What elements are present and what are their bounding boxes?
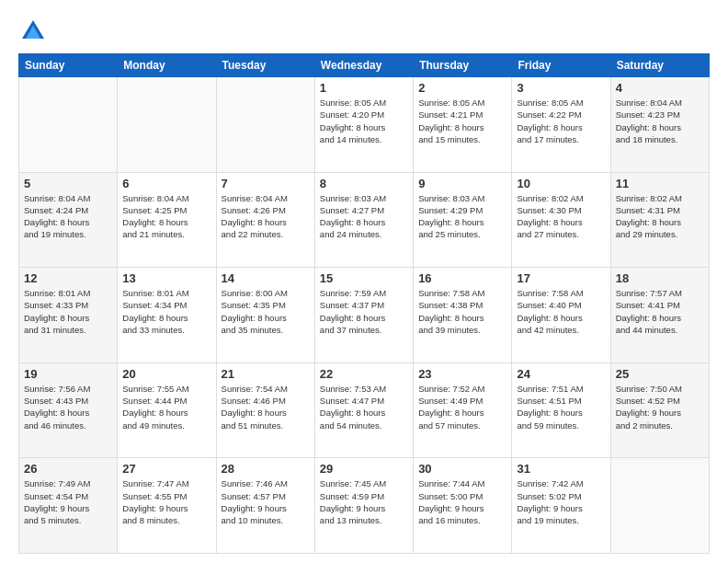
day-number: 15 [320, 271, 408, 285]
day-number: 30 [418, 462, 506, 476]
day-number: 25 [616, 367, 704, 381]
calendar-cell: 17Sunrise: 7:58 AM Sunset: 4:40 PM Dayli… [512, 268, 610, 363]
calendar-cell: 19Sunrise: 7:56 AM Sunset: 4:43 PM Dayli… [19, 362, 118, 458]
day-number: 8 [320, 177, 408, 190]
calendar-week-1: 1Sunrise: 8:05 AM Sunset: 4:20 PM Daylig… [19, 77, 710, 173]
calendar-cell: 1Sunrise: 8:05 AM Sunset: 4:20 PM Daylig… [314, 77, 413, 173]
calendar-header-row: SundayMondayTuesdayWednesdayThursdayFrid… [19, 54, 710, 77]
day-info: Sunrise: 8:03 AM Sunset: 4:29 PM Dayligh… [418, 192, 506, 241]
calendar-cell: 21Sunrise: 7:54 AM Sunset: 4:46 PM Dayli… [216, 362, 314, 458]
day-number: 29 [320, 462, 408, 476]
day-number: 4 [616, 81, 704, 95]
day-info: Sunrise: 7:42 AM Sunset: 5:02 PM Dayligh… [517, 477, 605, 526]
calendar-header-monday: Monday [118, 54, 216, 77]
day-number: 17 [517, 271, 605, 285]
calendar-table: SundayMondayTuesdayWednesdayThursdayFrid… [18, 53, 710, 554]
calendar-week-4: 19Sunrise: 7:56 AM Sunset: 4:43 PM Dayli… [19, 362, 710, 458]
calendar-cell: 24Sunrise: 7:51 AM Sunset: 4:51 PM Dayli… [512, 362, 610, 458]
day-info: Sunrise: 7:55 AM Sunset: 4:44 PM Dayligh… [122, 383, 210, 431]
calendar-cell: 13Sunrise: 8:01 AM Sunset: 4:34 PM Dayli… [118, 268, 216, 363]
day-number: 2 [418, 81, 506, 95]
day-info: Sunrise: 7:56 AM Sunset: 4:43 PM Dayligh… [24, 383, 112, 431]
page: SundayMondayTuesdayWednesdayThursdayFrid… [0, 0, 728, 563]
calendar-cell: 25Sunrise: 7:50 AM Sunset: 4:52 PM Dayli… [610, 362, 709, 458]
day-info: Sunrise: 8:05 AM Sunset: 4:22 PM Dayligh… [517, 97, 605, 145]
day-number: 14 [222, 271, 310, 285]
day-number: 5 [24, 177, 112, 190]
calendar-cell: 12Sunrise: 8:01 AM Sunset: 4:33 PM Dayli… [19, 268, 118, 363]
day-number: 6 [122, 177, 210, 190]
day-number: 11 [616, 177, 704, 190]
day-info: Sunrise: 8:04 AM Sunset: 4:24 PM Dayligh… [24, 192, 112, 241]
day-info: Sunrise: 8:01 AM Sunset: 4:33 PM Dayligh… [24, 287, 112, 336]
calendar-cell: 28Sunrise: 7:46 AM Sunset: 4:57 PM Dayli… [216, 458, 314, 554]
logo-icon [18, 17, 48, 46]
calendar-cell: 29Sunrise: 7:45 AM Sunset: 4:59 PM Dayli… [314, 458, 413, 554]
day-info: Sunrise: 7:59 AM Sunset: 4:37 PM Dayligh… [320, 287, 408, 336]
day-number: 7 [222, 177, 310, 190]
calendar-header-sunday: Sunday [19, 54, 118, 77]
day-info: Sunrise: 7:51 AM Sunset: 4:51 PM Dayligh… [517, 383, 605, 431]
day-number: 13 [122, 271, 210, 285]
day-number: 28 [222, 462, 310, 476]
calendar-cell: 10Sunrise: 8:02 AM Sunset: 4:30 PM Dayli… [512, 172, 610, 268]
day-info: Sunrise: 8:04 AM Sunset: 4:26 PM Dayligh… [222, 192, 310, 241]
day-number: 24 [517, 367, 605, 381]
day-info: Sunrise: 8:05 AM Sunset: 4:21 PM Dayligh… [418, 97, 506, 145]
day-number: 9 [418, 177, 506, 190]
day-info: Sunrise: 8:01 AM Sunset: 4:34 PM Dayligh… [122, 287, 210, 336]
day-info: Sunrise: 7:50 AM Sunset: 4:52 PM Dayligh… [616, 383, 704, 431]
calendar-cell [610, 458, 709, 554]
day-number: 10 [517, 177, 605, 190]
day-info: Sunrise: 8:02 AM Sunset: 4:31 PM Dayligh… [616, 192, 704, 241]
calendar-cell: 8Sunrise: 8:03 AM Sunset: 4:27 PM Daylig… [314, 172, 413, 268]
day-info: Sunrise: 7:53 AM Sunset: 4:47 PM Dayligh… [320, 383, 408, 431]
day-info: Sunrise: 8:05 AM Sunset: 4:20 PM Dayligh… [320, 97, 408, 145]
day-info: Sunrise: 7:52 AM Sunset: 4:49 PM Dayligh… [418, 383, 506, 431]
calendar-cell: 6Sunrise: 8:04 AM Sunset: 4:25 PM Daylig… [118, 172, 216, 268]
day-info: Sunrise: 8:02 AM Sunset: 4:30 PM Dayligh… [517, 192, 605, 241]
calendar-cell: 7Sunrise: 8:04 AM Sunset: 4:26 PM Daylig… [216, 172, 314, 268]
calendar-cell: 14Sunrise: 8:00 AM Sunset: 4:35 PM Dayli… [216, 268, 314, 363]
day-info: Sunrise: 7:54 AM Sunset: 4:46 PM Dayligh… [222, 383, 310, 431]
calendar-cell: 11Sunrise: 8:02 AM Sunset: 4:31 PM Dayli… [610, 172, 709, 268]
day-info: Sunrise: 7:57 AM Sunset: 4:41 PM Dayligh… [616, 287, 704, 336]
day-info: Sunrise: 8:00 AM Sunset: 4:35 PM Dayligh… [222, 287, 310, 336]
day-info: Sunrise: 7:47 AM Sunset: 4:55 PM Dayligh… [122, 477, 210, 526]
calendar-cell: 27Sunrise: 7:47 AM Sunset: 4:55 PM Dayli… [118, 458, 216, 554]
calendar-cell: 5Sunrise: 8:04 AM Sunset: 4:24 PM Daylig… [19, 172, 118, 268]
calendar-cell: 26Sunrise: 7:49 AM Sunset: 4:54 PM Dayli… [19, 458, 118, 554]
calendar-cell: 22Sunrise: 7:53 AM Sunset: 4:47 PM Dayli… [314, 362, 413, 458]
calendar-header-saturday: Saturday [610, 54, 709, 77]
day-info: Sunrise: 7:58 AM Sunset: 4:38 PM Dayligh… [418, 287, 506, 336]
day-number: 21 [222, 367, 310, 381]
calendar-header-tuesday: Tuesday [216, 54, 314, 77]
day-number: 31 [517, 462, 605, 476]
day-number: 26 [24, 462, 112, 476]
day-info: Sunrise: 7:44 AM Sunset: 5:00 PM Dayligh… [418, 477, 506, 526]
calendar-cell [216, 77, 314, 173]
day-info: Sunrise: 7:49 AM Sunset: 4:54 PM Dayligh… [24, 477, 112, 526]
header [18, 17, 710, 46]
day-info: Sunrise: 7:58 AM Sunset: 4:40 PM Dayligh… [517, 287, 605, 336]
calendar-cell [118, 77, 216, 173]
day-number: 16 [418, 271, 506, 285]
calendar-cell: 23Sunrise: 7:52 AM Sunset: 4:49 PM Dayli… [414, 362, 512, 458]
calendar-cell: 20Sunrise: 7:55 AM Sunset: 4:44 PM Dayli… [118, 362, 216, 458]
day-number: 18 [616, 271, 704, 285]
calendar-cell: 9Sunrise: 8:03 AM Sunset: 4:29 PM Daylig… [414, 172, 512, 268]
day-number: 22 [320, 367, 408, 381]
day-number: 27 [122, 462, 210, 476]
calendar-header-wednesday: Wednesday [314, 54, 413, 77]
calendar-week-2: 5Sunrise: 8:04 AM Sunset: 4:24 PM Daylig… [19, 172, 710, 268]
calendar-week-5: 26Sunrise: 7:49 AM Sunset: 4:54 PM Dayli… [19, 458, 710, 554]
day-number: 20 [122, 367, 210, 381]
calendar-header-thursday: Thursday [414, 54, 512, 77]
calendar-header-friday: Friday [512, 54, 610, 77]
day-number: 1 [320, 81, 408, 95]
calendar-cell: 18Sunrise: 7:57 AM Sunset: 4:41 PM Dayli… [610, 268, 709, 363]
calendar-cell: 31Sunrise: 7:42 AM Sunset: 5:02 PM Dayli… [512, 458, 610, 554]
day-info: Sunrise: 8:03 AM Sunset: 4:27 PM Dayligh… [320, 192, 408, 241]
calendar-cell: 2Sunrise: 8:05 AM Sunset: 4:21 PM Daylig… [414, 77, 512, 173]
calendar-cell: 3Sunrise: 8:05 AM Sunset: 4:22 PM Daylig… [512, 77, 610, 173]
